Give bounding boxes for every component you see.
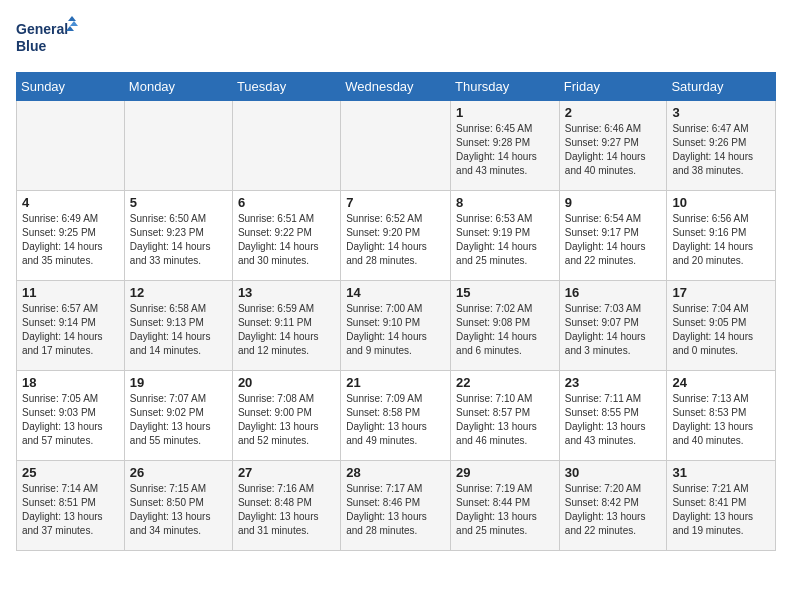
day-number: 31 xyxy=(672,465,770,480)
calendar-cell: 25Sunrise: 7:14 AM Sunset: 8:51 PM Dayli… xyxy=(17,461,125,551)
calendar-cell: 31Sunrise: 7:21 AM Sunset: 8:41 PM Dayli… xyxy=(667,461,776,551)
day-info: Sunrise: 7:20 AM Sunset: 8:42 PM Dayligh… xyxy=(565,482,662,538)
day-info: Sunrise: 7:21 AM Sunset: 8:41 PM Dayligh… xyxy=(672,482,770,538)
calendar-cell: 19Sunrise: 7:07 AM Sunset: 9:02 PM Dayli… xyxy=(124,371,232,461)
weekday-header: Tuesday xyxy=(232,73,340,101)
day-info: Sunrise: 6:56 AM Sunset: 9:16 PM Dayligh… xyxy=(672,212,770,268)
day-info: Sunrise: 6:57 AM Sunset: 9:14 PM Dayligh… xyxy=(22,302,119,358)
day-info: Sunrise: 6:51 AM Sunset: 9:22 PM Dayligh… xyxy=(238,212,335,268)
day-number: 29 xyxy=(456,465,554,480)
day-number: 15 xyxy=(456,285,554,300)
calendar-cell: 6Sunrise: 6:51 AM Sunset: 9:22 PM Daylig… xyxy=(232,191,340,281)
weekday-header: Friday xyxy=(559,73,667,101)
calendar-cell: 22Sunrise: 7:10 AM Sunset: 8:57 PM Dayli… xyxy=(451,371,560,461)
calendar-cell: 7Sunrise: 6:52 AM Sunset: 9:20 PM Daylig… xyxy=(341,191,451,281)
calendar-cell: 23Sunrise: 7:11 AM Sunset: 8:55 PM Dayli… xyxy=(559,371,667,461)
day-number: 7 xyxy=(346,195,445,210)
day-number: 6 xyxy=(238,195,335,210)
day-info: Sunrise: 7:14 AM Sunset: 8:51 PM Dayligh… xyxy=(22,482,119,538)
day-info: Sunrise: 7:09 AM Sunset: 8:58 PM Dayligh… xyxy=(346,392,445,448)
calendar-cell xyxy=(17,101,125,191)
day-number: 12 xyxy=(130,285,227,300)
calendar-cell: 14Sunrise: 7:00 AM Sunset: 9:10 PM Dayli… xyxy=(341,281,451,371)
calendar-cell: 11Sunrise: 6:57 AM Sunset: 9:14 PM Dayli… xyxy=(17,281,125,371)
day-number: 1 xyxy=(456,105,554,120)
day-number: 14 xyxy=(346,285,445,300)
day-number: 22 xyxy=(456,375,554,390)
calendar-cell: 3Sunrise: 6:47 AM Sunset: 9:26 PM Daylig… xyxy=(667,101,776,191)
calendar-week-row: 25Sunrise: 7:14 AM Sunset: 8:51 PM Dayli… xyxy=(17,461,776,551)
calendar-week-row: 11Sunrise: 6:57 AM Sunset: 9:14 PM Dayli… xyxy=(17,281,776,371)
calendar-cell: 29Sunrise: 7:19 AM Sunset: 8:44 PM Dayli… xyxy=(451,461,560,551)
day-info: Sunrise: 6:52 AM Sunset: 9:20 PM Dayligh… xyxy=(346,212,445,268)
day-number: 28 xyxy=(346,465,445,480)
day-info: Sunrise: 7:16 AM Sunset: 8:48 PM Dayligh… xyxy=(238,482,335,538)
day-info: Sunrise: 6:47 AM Sunset: 9:26 PM Dayligh… xyxy=(672,122,770,178)
calendar-cell xyxy=(341,101,451,191)
svg-marker-2 xyxy=(68,16,76,21)
day-info: Sunrise: 7:04 AM Sunset: 9:05 PM Dayligh… xyxy=(672,302,770,358)
day-info: Sunrise: 7:17 AM Sunset: 8:46 PM Dayligh… xyxy=(346,482,445,538)
day-number: 17 xyxy=(672,285,770,300)
weekday-header: Saturday xyxy=(667,73,776,101)
day-info: Sunrise: 6:53 AM Sunset: 9:19 PM Dayligh… xyxy=(456,212,554,268)
day-number: 9 xyxy=(565,195,662,210)
day-info: Sunrise: 6:45 AM Sunset: 9:28 PM Dayligh… xyxy=(456,122,554,178)
day-number: 30 xyxy=(565,465,662,480)
calendar-week-row: 4Sunrise: 6:49 AM Sunset: 9:25 PM Daylig… xyxy=(17,191,776,281)
day-number: 27 xyxy=(238,465,335,480)
calendar-table: SundayMondayTuesdayWednesdayThursdayFrid… xyxy=(16,72,776,551)
day-number: 25 xyxy=(22,465,119,480)
day-info: Sunrise: 7:08 AM Sunset: 9:00 PM Dayligh… xyxy=(238,392,335,448)
day-info: Sunrise: 7:19 AM Sunset: 8:44 PM Dayligh… xyxy=(456,482,554,538)
day-number: 20 xyxy=(238,375,335,390)
day-info: Sunrise: 6:49 AM Sunset: 9:25 PM Dayligh… xyxy=(22,212,119,268)
day-number: 23 xyxy=(565,375,662,390)
day-info: Sunrise: 7:13 AM Sunset: 8:53 PM Dayligh… xyxy=(672,392,770,448)
page-header: General Blue xyxy=(16,16,776,60)
calendar-cell: 28Sunrise: 7:17 AM Sunset: 8:46 PM Dayli… xyxy=(341,461,451,551)
calendar-cell: 10Sunrise: 6:56 AM Sunset: 9:16 PM Dayli… xyxy=(667,191,776,281)
day-number: 3 xyxy=(672,105,770,120)
calendar-cell: 15Sunrise: 7:02 AM Sunset: 9:08 PM Dayli… xyxy=(451,281,560,371)
calendar-cell: 2Sunrise: 6:46 AM Sunset: 9:27 PM Daylig… xyxy=(559,101,667,191)
day-number: 2 xyxy=(565,105,662,120)
calendar-cell: 18Sunrise: 7:05 AM Sunset: 9:03 PM Dayli… xyxy=(17,371,125,461)
calendar-cell: 30Sunrise: 7:20 AM Sunset: 8:42 PM Dayli… xyxy=(559,461,667,551)
calendar-cell: 20Sunrise: 7:08 AM Sunset: 9:00 PM Dayli… xyxy=(232,371,340,461)
calendar-cell: 5Sunrise: 6:50 AM Sunset: 9:23 PM Daylig… xyxy=(124,191,232,281)
day-info: Sunrise: 6:50 AM Sunset: 9:23 PM Dayligh… xyxy=(130,212,227,268)
day-number: 18 xyxy=(22,375,119,390)
day-info: Sunrise: 6:54 AM Sunset: 9:17 PM Dayligh… xyxy=(565,212,662,268)
day-info: Sunrise: 6:46 AM Sunset: 9:27 PM Dayligh… xyxy=(565,122,662,178)
day-number: 8 xyxy=(456,195,554,210)
calendar-cell: 1Sunrise: 6:45 AM Sunset: 9:28 PM Daylig… xyxy=(451,101,560,191)
day-info: Sunrise: 6:59 AM Sunset: 9:11 PM Dayligh… xyxy=(238,302,335,358)
day-number: 5 xyxy=(130,195,227,210)
calendar-cell: 26Sunrise: 7:15 AM Sunset: 8:50 PM Dayli… xyxy=(124,461,232,551)
day-number: 10 xyxy=(672,195,770,210)
day-info: Sunrise: 7:03 AM Sunset: 9:07 PM Dayligh… xyxy=(565,302,662,358)
calendar-cell xyxy=(124,101,232,191)
logo: General Blue xyxy=(16,16,86,60)
day-number: 13 xyxy=(238,285,335,300)
svg-marker-3 xyxy=(70,21,78,26)
weekday-header-row: SundayMondayTuesdayWednesdayThursdayFrid… xyxy=(17,73,776,101)
calendar-cell: 24Sunrise: 7:13 AM Sunset: 8:53 PM Dayli… xyxy=(667,371,776,461)
calendar-cell: 17Sunrise: 7:04 AM Sunset: 9:05 PM Dayli… xyxy=(667,281,776,371)
calendar-cell: 8Sunrise: 6:53 AM Sunset: 9:19 PM Daylig… xyxy=(451,191,560,281)
day-number: 21 xyxy=(346,375,445,390)
weekday-header: Thursday xyxy=(451,73,560,101)
calendar-week-row: 18Sunrise: 7:05 AM Sunset: 9:03 PM Dayli… xyxy=(17,371,776,461)
calendar-week-row: 1Sunrise: 6:45 AM Sunset: 9:28 PM Daylig… xyxy=(17,101,776,191)
weekday-header: Monday xyxy=(124,73,232,101)
calendar-cell: 16Sunrise: 7:03 AM Sunset: 9:07 PM Dayli… xyxy=(559,281,667,371)
day-number: 19 xyxy=(130,375,227,390)
day-info: Sunrise: 7:15 AM Sunset: 8:50 PM Dayligh… xyxy=(130,482,227,538)
day-info: Sunrise: 7:02 AM Sunset: 9:08 PM Dayligh… xyxy=(456,302,554,358)
weekday-header: Wednesday xyxy=(341,73,451,101)
calendar-cell: 13Sunrise: 6:59 AM Sunset: 9:11 PM Dayli… xyxy=(232,281,340,371)
svg-text:General: General xyxy=(16,21,68,37)
day-info: Sunrise: 6:58 AM Sunset: 9:13 PM Dayligh… xyxy=(130,302,227,358)
calendar-cell xyxy=(232,101,340,191)
